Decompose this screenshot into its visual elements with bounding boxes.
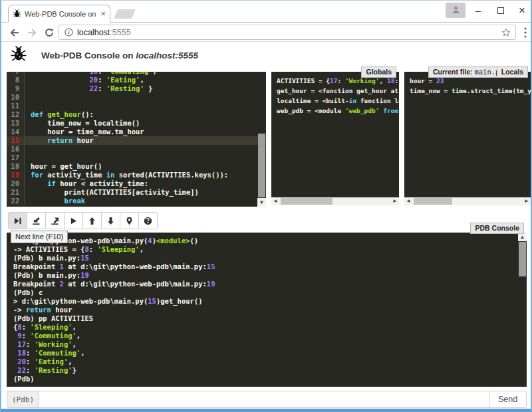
step-out-button[interactable] — [45, 212, 65, 229]
arrow-down-icon — [106, 217, 115, 225]
help-button[interactable] — [138, 212, 158, 229]
line-number[interactable]: 16 — [7, 145, 25, 154]
step-into-button[interactable] — [27, 212, 46, 229]
console-label: PDB Console — [470, 223, 524, 234]
code-panel[interactable]: 7 18: 'Commuting',8 20: 'Eating',9 22: '… — [7, 72, 266, 207]
line-number[interactable]: 9 — [7, 84, 25, 93]
locals-label: Locals — [497, 66, 528, 78]
scroll-down-arrow-icon[interactable]: ▼ — [257, 198, 266, 207]
console-line: (Pdb) — [13, 375, 527, 383]
code-line: 12def get_hour(): — [7, 110, 266, 119]
info-icon[interactable] — [65, 28, 73, 37]
step-forward-icon — [13, 217, 22, 225]
command-input[interactable] — [39, 391, 489, 408]
code-line: 20 if hour < activity_time: — [7, 179, 266, 188]
line-number[interactable]: 11 — [7, 102, 25, 110]
line-number[interactable]: 12 — [7, 110, 25, 119]
browser-menu-button[interactable] — [520, 27, 531, 39]
scrollbar-thumb[interactable] — [414, 198, 452, 205]
continue-button[interactable] — [64, 212, 83, 229]
step-into-icon — [32, 217, 41, 225]
send-button[interactable]: Send — [489, 391, 527, 408]
close-button[interactable]: × — [511, 1, 532, 20]
scroll-right-arrow-icon[interactable]: ► — [391, 197, 399, 205]
line-number[interactable]: 13 — [7, 119, 25, 128]
locals-panel[interactable]: hour = 23time_now = time.struct_time(tm_… — [404, 72, 531, 197]
line-number[interactable]: 8 — [7, 76, 25, 84]
line-number[interactable]: 17 — [7, 154, 25, 162]
down-stack-button[interactable] — [101, 212, 120, 229]
globals-line: web_pdb = <module 'web_pdb' from 'd:\git… — [277, 106, 399, 116]
scrollbar-thumb[interactable] — [519, 242, 526, 276]
line-number[interactable]: 22 — [7, 197, 25, 205]
locals-scrollbar[interactable]: ◄ ► — [404, 197, 531, 205]
step-out-icon — [51, 217, 59, 225]
scroll-right-arrow-icon[interactable]: ► — [523, 197, 531, 205]
next-line-button[interactable] — [8, 212, 27, 229]
scroll-left-arrow-icon[interactable]: ◄ — [404, 197, 412, 205]
console-line: > d:\git\python-web-pdb\main.py(4)<modul… — [13, 237, 527, 245]
code-line: 14 hour = time_now.tm_hour — [7, 128, 266, 136]
question-icon — [144, 217, 152, 225]
line-number[interactable]: 14 — [7, 128, 25, 136]
line-number[interactable]: 20 — [7, 179, 25, 188]
console-line: {8: 'Sleeping', — [13, 323, 527, 332]
console-line: Breakpoint 2 at d:\git\python-web-pdb\ma… — [13, 280, 527, 288]
forward-button[interactable] — [24, 25, 40, 41]
code-line: 22 break — [7, 197, 266, 205]
bug-logo-icon — [11, 46, 27, 64]
refresh-button[interactable] — [41, 25, 57, 41]
minimize-button[interactable]: – — [467, 1, 489, 20]
bug-favicon-icon — [13, 9, 21, 18]
console-scrollbar[interactable]: ▲ — [518, 233, 527, 387]
globals-scrollbar[interactable]: ◄ ► — [271, 197, 399, 205]
map-marker-icon — [125, 217, 134, 225]
code-line: 9 22: 'Resting' } — [7, 84, 266, 93]
globals-panel[interactable]: ACTIVITIES = {17: 'Working', 18: 'Commut… — [271, 72, 399, 197]
where-button[interactable] — [120, 212, 139, 229]
up-stack-button[interactable] — [82, 212, 102, 229]
scrollbar-thumb[interactable] — [258, 134, 265, 197]
play-icon — [69, 217, 78, 225]
console-line: Breakpoint 1 at d:\git\python-web-pdb\ma… — [13, 262, 527, 271]
code-line: 13 time_now = localtime() — [7, 119, 266, 128]
console-line: > d:\git\python-web-pdb\main.py(15)get_h… — [13, 297, 527, 306]
profile-button[interactable] — [446, 3, 466, 18]
locals-line: time_now = time.struct_time(tm_year= — [410, 86, 531, 96]
globals-label: Globals — [361, 66, 396, 78]
forward-icon — [27, 27, 37, 38]
console-line: 18: 'Commuting', — [13, 349, 527, 358]
console-line: (Pdb) b main.py:19 — [13, 271, 527, 280]
pdb-prompt-addon: (Pdb) — [7, 391, 39, 408]
console-line: -> return hour — [13, 306, 527, 314]
address-bar[interactable]: localhost :5555 — [59, 25, 516, 40]
url-host: localhost — [77, 28, 110, 37]
console-line: (Pdb) c — [13, 288, 527, 297]
code-line: 17 — [7, 154, 266, 162]
tooltip: Next line (F10) — [11, 231, 68, 243]
line-number[interactable]: 10 — [7, 93, 25, 102]
tab-close-icon[interactable]: × — [100, 9, 106, 18]
scrollbar-thumb[interactable] — [281, 198, 332, 205]
code-line: 19for activity_time in sorted(ACTIVITIES… — [7, 171, 266, 179]
person-icon — [452, 5, 460, 17]
new-tab-button[interactable] — [114, 9, 136, 19]
browser-window: Web-PDB Console on lo × – × localhost :5… — [0, 0, 532, 412]
page-title: Web-PDB Console on localhost:5555 — [41, 51, 198, 60]
browser-tab[interactable]: Web-PDB Console on lo × — [8, 5, 110, 23]
line-number[interactable]: 18 — [7, 162, 25, 171]
refresh-icon — [44, 27, 55, 38]
maximize-button[interactable] — [490, 1, 511, 20]
code-line: 11 — [7, 102, 266, 110]
code-scrollbar[interactable]: ▼ — [257, 72, 266, 207]
pdb-console-panel[interactable]: > d:\git\python-web-pdb\main.py(4)<modul… — [7, 233, 527, 387]
console-line: (Pdb) b main.py:15 — [13, 254, 527, 262]
back-button[interactable] — [7, 25, 23, 41]
bookmark-star-icon[interactable] — [501, 28, 511, 37]
scroll-left-arrow-icon[interactable]: ◄ — [271, 197, 279, 205]
code-line: 15 return hour — [7, 136, 266, 145]
line-number[interactable]: 21 — [7, 188, 25, 197]
breakpoint-line-number[interactable]: 19 — [7, 171, 25, 179]
breakpoint-line-number[interactable]: 15 — [7, 136, 25, 145]
command-input-group: (Pdb) Send — [7, 391, 527, 408]
